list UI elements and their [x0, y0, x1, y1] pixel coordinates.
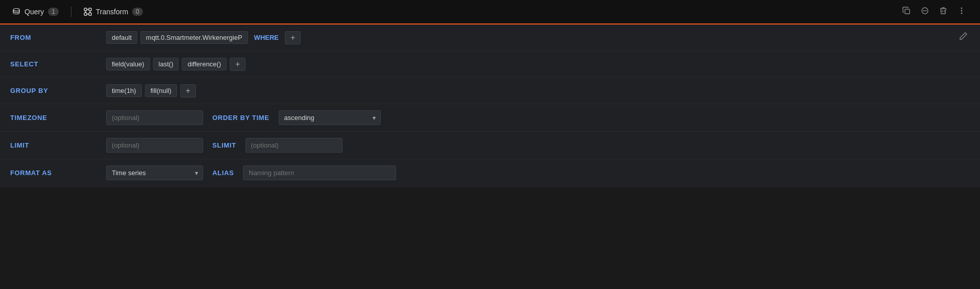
order-by-time-select-wrapper: ascending descending ▾	[279, 110, 381, 125]
database-icon	[12, 8, 20, 16]
format-select-wrapper: Time series Table Logs ▾	[106, 165, 203, 180]
select-add-button[interactable]: +	[230, 58, 246, 71]
select-content: field(value) last() difference() +	[102, 56, 980, 73]
select-difference-tag[interactable]: difference()	[182, 58, 227, 70]
from-row: FROM default mqtt.0.Smartmeter.Wirkenerg…	[0, 25, 980, 51]
limit-input[interactable]	[106, 138, 203, 153]
select-label: SELECT	[0, 60, 102, 68]
svg-rect-2	[89, 8, 91, 11]
limit-label: LIMIT	[0, 141, 102, 149]
slimit-input[interactable]	[246, 138, 342, 153]
from-database-tag[interactable]: default	[106, 31, 137, 44]
order-by-time-select[interactable]: ascending descending	[279, 110, 381, 125]
where-label[interactable]: WHERE	[251, 32, 282, 43]
alias-input[interactable]	[243, 165, 396, 180]
format-content: Time series Table Logs ▾ ALIAS	[102, 163, 980, 182]
tab-transform-badge: 0	[132, 8, 143, 16]
svg-point-15	[961, 10, 963, 12]
timezone-row: TIMEZONE ORDER BY TIME ascending descend…	[0, 104, 980, 132]
select-last-tag[interactable]: last()	[153, 58, 179, 70]
svg-point-16	[961, 13, 963, 14]
timezone-content: ORDER BY TIME ascending descending ▾	[102, 108, 980, 127]
delete-icon[interactable]	[937, 5, 949, 19]
tab-query-label: Query	[24, 8, 44, 16]
copy-icon[interactable]	[900, 5, 913, 19]
select-field-value-tag[interactable]: field(value)	[106, 58, 150, 70]
groupby-fill-tag[interactable]: fill(null)	[145, 84, 177, 97]
more-icon[interactable]	[955, 5, 968, 19]
tab-transform-label: Transform	[96, 8, 128, 16]
svg-rect-9	[905, 9, 910, 14]
limit-row: LIMIT SLIMIT	[0, 132, 980, 159]
groupby-content: time(1h) fill(null) +	[102, 82, 980, 100]
alias-label: ALIAS	[206, 169, 240, 177]
svg-rect-1	[84, 8, 87, 11]
svg-point-14	[961, 8, 963, 9]
format-label: FORMAT AS	[0, 169, 102, 177]
svg-rect-4	[89, 13, 91, 15]
from-content: default mqtt.0.Smartmeter.WirkenergieP W…	[102, 29, 954, 46]
limit-content: SLIMIT	[102, 136, 980, 155]
groupby-time-tag[interactable]: time(1h)	[106, 84, 142, 97]
edit-icon[interactable]	[954, 30, 972, 45]
svg-point-0	[13, 9, 19, 11]
tab-bar: Query 1 Transform 0	[0, 0, 980, 25]
groupby-row: GROUP BY time(1h) fill(null) +	[0, 78, 980, 104]
groupby-label: GROUP BY	[0, 87, 102, 94]
timezone-label: TIMEZONE	[0, 114, 102, 122]
tab-query-badge: 1	[48, 8, 59, 16]
from-add-button[interactable]: +	[285, 31, 301, 44]
select-row: SELECT field(value) last() difference() …	[0, 51, 980, 78]
tab-divider	[71, 7, 71, 17]
groupby-add-button[interactable]: +	[180, 84, 196, 98]
disable-icon[interactable]	[919, 5, 931, 19]
from-measurement-tag[interactable]: mqtt.0.Smartmeter.WirkenergieP	[140, 31, 248, 44]
order-by-time-label: ORDER BY TIME	[206, 114, 276, 122]
from-label: FROM	[0, 34, 102, 41]
tab-transform[interactable]: Transform 0	[76, 4, 151, 20]
transform-icon	[84, 8, 92, 16]
header-right-icons	[900, 5, 976, 19]
tab-query[interactable]: Query 1	[4, 4, 67, 20]
format-row: FORMAT AS Time series Table Logs ▾ ALIAS	[0, 159, 980, 187]
svg-rect-3	[84, 13, 87, 15]
slimit-label: SLIMIT	[206, 141, 242, 149]
format-as-select[interactable]: Time series Table Logs	[106, 165, 203, 180]
timezone-input[interactable]	[106, 110, 203, 125]
query-builder: FROM default mqtt.0.Smartmeter.Wirkenerg…	[0, 25, 980, 187]
